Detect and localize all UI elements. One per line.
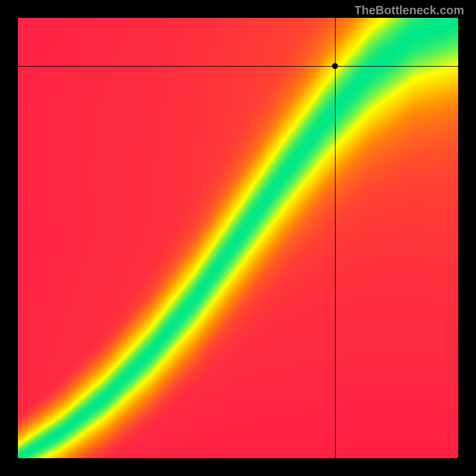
marker-point [332,63,338,69]
heatmap-canvas [18,18,458,458]
crosshair-horizontal [18,66,458,67]
crosshair-vertical [335,18,336,458]
heatmap-chart [18,18,458,458]
watermark-text: TheBottleneck.com [355,4,464,17]
